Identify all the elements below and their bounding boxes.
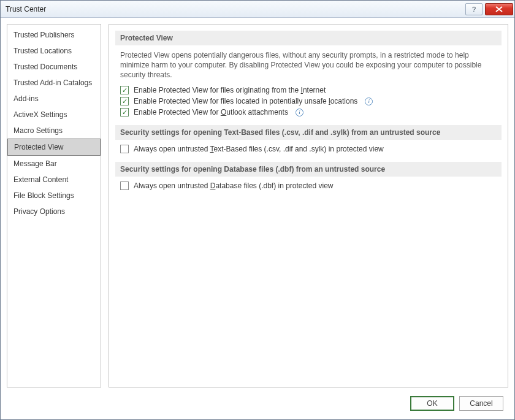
checkbox-outlook[interactable]: ✓ (120, 108, 129, 116)
option-outlook-row[interactable]: ✓ Enable Protected View for Outlook atta… (120, 108, 497, 116)
window-title: Trust Center (6, 5, 463, 13)
titlebar: Trust Center ? (1, 1, 514, 18)
close-icon (495, 6, 503, 12)
sidebar-item-trusted-publishers[interactable]: Trusted Publishers (7, 27, 101, 43)
sidebar-item-trusted-locations[interactable]: Trusted Locations (7, 43, 101, 59)
sidebar-item-activex-settings[interactable]: ActiveX Settings (7, 107, 101, 123)
info-icon[interactable]: i (365, 97, 373, 105)
sidebar-item-external-content[interactable]: External Content (7, 172, 101, 188)
main-panel: Protected View Protected View opens pote… (109, 24, 508, 388)
option-unsafe-locations-label: Enable Protected View for files located … (134, 97, 357, 105)
sidebar-item-add-ins[interactable]: Add-ins (7, 91, 101, 107)
help-button[interactable]: ? (465, 3, 483, 15)
section-header-protected-view: Protected View (115, 31, 502, 45)
protected-view-description: Protected View opens potentially dangero… (120, 50, 497, 80)
checkbox-text-files[interactable]: ✓ (120, 145, 129, 153)
sidebar: Trusted Publishers Trusted Locations Tru… (7, 24, 101, 388)
option-database-files-label: Always open untrusted Database files (.d… (134, 181, 334, 190)
checkbox-internet[interactable]: ✓ (120, 86, 129, 94)
option-outlook-label: Enable Protected View for Outlook attach… (134, 108, 288, 116)
sidebar-item-protected-view[interactable]: Protected View (7, 139, 101, 156)
close-button[interactable] (485, 3, 513, 15)
titlebar-buttons: ? (463, 3, 513, 15)
sidebar-item-trusted-addin-catalogs[interactable]: Trusted Add-in Catalogs (7, 75, 101, 91)
option-text-files-row[interactable]: ✓ Always open untrusted Text-Based files… (120, 145, 497, 153)
dialog-body: Trusted Publishers Trusted Locations Tru… (1, 18, 514, 388)
section-header-text-files: Security settings for opening Text-Based… (115, 125, 502, 140)
sidebar-item-macro-settings[interactable]: Macro Settings (7, 123, 101, 139)
sidebar-item-message-bar[interactable]: Message Bar (7, 156, 101, 172)
trust-center-dialog: Trust Center ? Trusted Publishers Truste… (0, 0, 515, 420)
option-text-files-label: Always open untrusted Text-Based files (… (134, 145, 384, 153)
checkbox-database-files[interactable]: ✓ (120, 181, 129, 190)
option-internet-row[interactable]: ✓ Enable Protected View for files origin… (120, 86, 497, 94)
option-database-files-row[interactable]: ✓ Always open untrusted Database files (… (120, 181, 497, 190)
ok-button[interactable]: OK (410, 396, 454, 411)
option-internet-label: Enable Protected View for files originat… (134, 86, 326, 94)
section-header-database-files: Security settings for opening Database f… (115, 162, 502, 177)
sidebar-item-privacy-options[interactable]: Privacy Options (7, 204, 101, 220)
cancel-button[interactable]: Cancel (459, 396, 503, 411)
sidebar-item-file-block-settings[interactable]: File Block Settings (7, 188, 101, 204)
option-unsafe-locations-row[interactable]: ✓ Enable Protected View for files locate… (120, 97, 497, 105)
checkbox-unsafe-locations[interactable]: ✓ (120, 97, 129, 105)
sidebar-item-trusted-documents[interactable]: Trusted Documents (7, 59, 101, 75)
dialog-footer: OK Cancel (1, 388, 514, 419)
info-icon[interactable]: i (296, 109, 303, 116)
